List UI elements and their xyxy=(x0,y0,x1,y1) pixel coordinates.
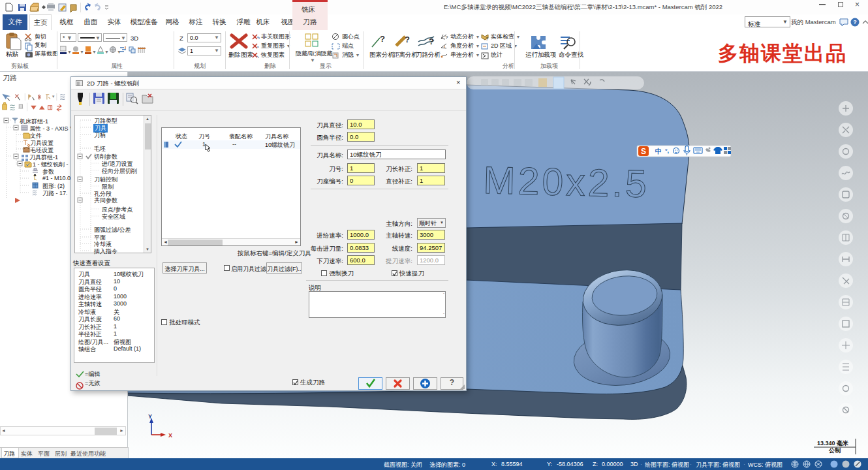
svg-text:Y: Y xyxy=(148,413,152,420)
svg-text:▼: ▼ xyxy=(80,50,84,54)
svg-text:▼: ▼ xyxy=(92,50,97,54)
svg-text:▼: ▼ xyxy=(67,50,72,54)
svg-text:中: 中 xyxy=(655,148,662,155)
svg-text:S: S xyxy=(641,147,646,156)
svg-text:?: ? xyxy=(853,19,857,25)
svg-text:M20x2.5: M20x2.5 xyxy=(483,159,650,206)
svg-text:?: ? xyxy=(405,35,410,44)
svg-text:?: ? xyxy=(380,34,385,44)
svg-text:▼: ▼ xyxy=(52,95,55,99)
svg-text:?: ? xyxy=(429,37,434,46)
svg-text:?: ? xyxy=(445,35,448,40)
svg-text:公制: 公制 xyxy=(828,447,841,454)
svg-text:13.340 毫米: 13.340 毫米 xyxy=(817,440,849,446)
svg-text:X: X xyxy=(168,432,172,439)
svg-text:▼: ▼ xyxy=(104,50,109,54)
svg-text:°,: °, xyxy=(665,148,669,154)
svg-text:?: ? xyxy=(486,36,489,42)
